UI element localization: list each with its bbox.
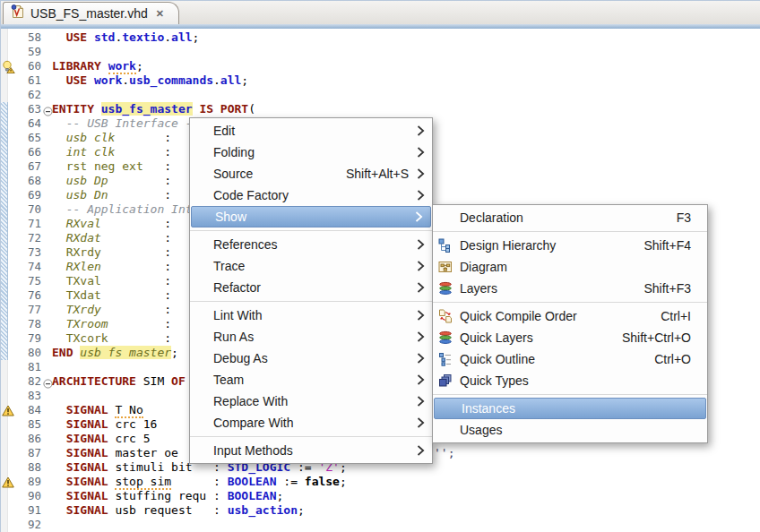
- code-text[interactable]: END usb fs master;: [52, 346, 178, 360]
- menu-item-input-methods[interactable]: Input Methods: [190, 440, 432, 461]
- code-text[interactable]: RXlen :: [52, 260, 171, 274]
- ide-window: USB_FS_master.vhd ✕ 58 USE std.textio.al…: [0, 0, 760, 532]
- code-text[interactable]: TXdat :: [52, 288, 171, 303]
- code-text[interactable]: RXval :: [52, 217, 171, 231]
- line-number: 60: [17, 59, 41, 73]
- line-number: 79: [17, 331, 41, 346]
- code-text[interactable]: ENTITY usb_fs_master IS PORT(: [52, 102, 255, 116]
- close-icon[interactable]: ✕: [154, 8, 164, 20]
- code-text[interactable]: -- Application Int: [52, 202, 193, 217]
- menu-item-quick-outline[interactable]: Quick OutlineCtrl+O: [433, 348, 707, 370]
- line-number: 67: [17, 159, 41, 174]
- code-text[interactable]: usb Dn :: [52, 188, 171, 202]
- code-text[interactable]: usb Dp :: [52, 174, 171, 188]
- line-number: 64: [17, 116, 41, 131]
- menu-item-label: Usages: [460, 423, 502, 437]
- line-number: 90: [17, 489, 41, 503]
- menu-item-quick-layers[interactable]: Quick LayersShift+Ctrl+O: [433, 327, 707, 348]
- menu-item-instances[interactable]: Instances: [434, 398, 706, 419]
- line-number: 82: [17, 374, 41, 389]
- line-number: 62: [17, 88, 41, 102]
- menu-item-label: Input Methods: [213, 443, 293, 458]
- tab-usb-fs-master[interactable]: USB_FS_master.vhd ✕: [3, 2, 179, 24]
- menu-item-label: Team: [213, 373, 244, 387]
- code-text[interactable]: TXval :: [52, 274, 171, 288]
- menu-item-refactor[interactable]: Refactor: [190, 277, 432, 298]
- editor-tab-bar: USB_FS_master.vhd ✕: [1, 1, 760, 24]
- menu-item-label: Run As: [213, 330, 254, 344]
- menu-item-quick-types[interactable]: Quick Types: [433, 370, 707, 391]
- menu-item-label: Source: [213, 167, 253, 181]
- code-text[interactable]: USE std.textio.all;: [52, 30, 199, 45]
- editor-context-menu: EditFoldingSourceShift+Alt+SCode Factory…: [189, 117, 433, 464]
- code-text[interactable]: LIBRARY work;: [52, 59, 143, 73]
- code-text[interactable]: SIGNAL crc 16: [52, 417, 157, 432]
- menu-separator: [433, 231, 707, 232]
- menu-item-label: Quick Compile Order: [460, 309, 577, 323]
- layers-icon: [438, 281, 453, 296]
- menu-item-references[interactable]: References: [190, 234, 432, 255]
- menu-item-diagram[interactable]: Diagram: [433, 256, 707, 278]
- line-number: 70: [17, 202, 41, 217]
- line-number: 58: [17, 30, 41, 45]
- menu-item-source[interactable]: SourceShift+Alt+S: [190, 163, 432, 184]
- menu-item-shortcut: Shift+Alt+S: [346, 167, 414, 181]
- types-icon: [438, 373, 453, 388]
- code-text[interactable]: TXcork :: [52, 331, 171, 346]
- warning-triangle-icon[interactable]: [2, 476, 15, 489]
- code-text[interactable]: SIGNAL master oe: [52, 446, 178, 460]
- menu-item-label: Folding: [213, 145, 255, 159]
- menu-item-label: Layers: [460, 281, 497, 296]
- lightbulb-warning-icon[interactable]: [2, 60, 15, 73]
- menu-icon-placeholder: [438, 423, 453, 437]
- menu-item-trace[interactable]: Trace: [190, 255, 432, 277]
- menu-item-compare-with[interactable]: Compare With: [190, 412, 432, 433]
- line-number: 71: [17, 217, 41, 231]
- code-text[interactable]: RXdat :: [52, 231, 171, 245]
- line-number: 75: [17, 274, 41, 288]
- menu-item-folding[interactable]: Folding: [190, 142, 432, 163]
- submenu-arrow-icon: [414, 417, 425, 428]
- menu-icon-placeholder: [440, 401, 454, 416]
- menu-item-quick-compile-order[interactable]: Quick Compile OrderCtrl+I: [433, 305, 707, 327]
- code-text[interactable]: USE work.usb_commands.all;: [52, 73, 248, 88]
- menu-item-lint-with[interactable]: Lint With: [190, 305, 432, 326]
- menu-item-debug-as[interactable]: Debug As: [190, 348, 432, 369]
- code-text[interactable]: RXrdy :: [52, 245, 171, 260]
- menu-item-show[interactable]: Show: [191, 206, 431, 227]
- code-text[interactable]: rst neg ext :: [52, 159, 171, 174]
- submenu-arrow-icon: [412, 211, 423, 222]
- menu-item-declaration[interactable]: DeclarationF3: [433, 207, 707, 228]
- code-text[interactable]: usb clk :: [52, 131, 171, 145]
- warning-triangle-icon[interactable]: [2, 404, 15, 417]
- code-line-63: 63ENTITY usb_fs_master IS PORT(: [1, 102, 760, 116]
- code-text[interactable]: SIGNAL usb request : usb_action;: [52, 503, 305, 518]
- submenu-arrow-icon: [414, 261, 425, 271]
- submenu-arrow-icon: [414, 239, 425, 250]
- code-text[interactable]: TXroom :: [52, 317, 171, 331]
- compile-order-icon: [438, 309, 453, 323]
- menu-item-design-hierarchy[interactable]: Design HierarchyShift+F4: [433, 235, 707, 256]
- code-text[interactable]: SIGNAL stuffing requ : BOOLEAN;: [52, 489, 283, 503]
- menu-item-team[interactable]: Team: [190, 369, 432, 390]
- menu-item-label: Debug As: [213, 351, 268, 365]
- menu-item-edit[interactable]: Edit: [190, 120, 432, 142]
- code-text[interactable]: SIGNAL crc 5: [52, 432, 151, 446]
- code-text[interactable]: ARCHITECTURE SIM OF: [52, 374, 186, 389]
- code-text[interactable]: SIGNAL stop sim : BOOLEAN := false;: [52, 475, 347, 489]
- code-line-61: 61 USE work.usb_commands.all;: [1, 73, 760, 88]
- code-text[interactable]: int clk :: [52, 145, 171, 159]
- code-text[interactable]: TXrdy :: [52, 303, 171, 317]
- menu-item-run-as[interactable]: Run As: [190, 326, 432, 348]
- menu-separator: [190, 230, 432, 231]
- menu-item-code-factory[interactable]: Code Factory: [190, 184, 432, 206]
- submenu-arrow-icon: [414, 125, 425, 136]
- menu-item-layers[interactable]: LayersShift+F3: [433, 278, 707, 299]
- code-text[interactable]: -- USB Interface -: [52, 116, 193, 131]
- menu-item-label: Lint With: [213, 308, 262, 322]
- menu-item-label: Compare With: [213, 416, 293, 430]
- menu-item-usages[interactable]: Usages: [433, 419, 707, 441]
- menu-separator: [433, 394, 707, 395]
- code-text[interactable]: SIGNAL T No: [52, 403, 143, 417]
- menu-item-replace-with[interactable]: Replace With: [190, 390, 432, 412]
